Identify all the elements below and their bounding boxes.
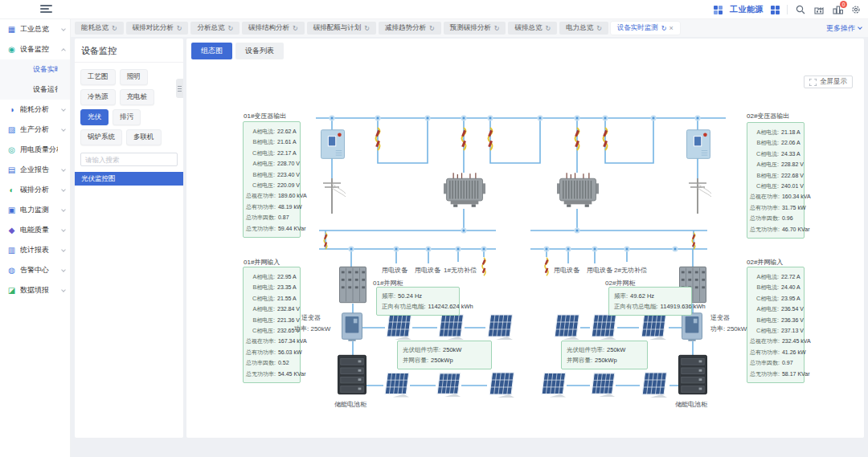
sidebar-item[interactable]: ◆ 电能质量 xyxy=(0,220,70,240)
settings-gear-icon[interactable] xyxy=(850,4,862,15)
notification-badge: 0 xyxy=(840,1,847,8)
chevron-down-icon xyxy=(61,127,66,132)
sidebar-toggle-icon[interactable] xyxy=(40,5,52,14)
chevron-down-icon xyxy=(858,25,862,30)
sidebar-item[interactable]: ▥ 统计报表 xyxy=(0,240,70,260)
measurement-row: 总视在功率:167.34 kVA xyxy=(246,336,297,346)
tab-refresh-icon[interactable]: ↻ xyxy=(596,25,602,32)
device-type-filter-button[interactable]: 多联机 xyxy=(126,129,162,145)
measurement-row: B相电流:22.06 A xyxy=(750,137,801,148)
sidebar-item[interactable]: ▤ 企业报告 xyxy=(0,160,70,180)
reactive-comp-2-label: 2#无功补偿 xyxy=(614,266,647,275)
sidebar-item[interactable]: ◍ 告警中心 xyxy=(0,260,70,280)
workspace-tab[interactable]: 碳排总览 ↻ × xyxy=(508,22,557,35)
energy-value: 114242.624 kWh xyxy=(428,303,473,310)
tab-refresh-icon[interactable]: ↻ xyxy=(293,25,298,32)
workspace-tab[interactable]: 分析总览 ↻ × xyxy=(190,22,240,35)
measurement-row: A相电压:228.70 V xyxy=(246,158,297,169)
measurement-row: B相电流:23.35 A xyxy=(246,282,297,292)
reactive-comp-1-label: 1#无功补偿 xyxy=(444,266,477,275)
battery-cabinet-1 xyxy=(338,355,366,394)
measurement-row: 总视在功率:160.34 kVA xyxy=(750,191,801,202)
notifications-icon[interactable]: 0 xyxy=(832,4,843,15)
measurement-row: B相电压:222.68 V xyxy=(750,170,801,181)
measurement-row: A相电压:236.54 V xyxy=(750,304,801,314)
panel-title-grid-input-2: 02#并网输入 xyxy=(747,258,783,267)
sidebar-item[interactable]: ▦ 工业总览 xyxy=(0,19,70,39)
inverter-2-label: 逆变器 xyxy=(710,313,730,322)
device-type-filter-button[interactable]: 工艺图 xyxy=(80,69,116,85)
workspace-tab[interactable]: 碳排对比分析 ↻ × xyxy=(126,22,189,35)
pv-capacity-value: 250kWp xyxy=(595,357,617,364)
device-type-filter-button[interactable]: 照明 xyxy=(120,69,148,85)
measurement-row: C相电压:232.65 V xyxy=(246,325,297,336)
measurement-row: B相电流:24.40 A xyxy=(750,282,801,292)
panel-collapse-handle[interactable] xyxy=(176,79,183,98)
workspace-tab[interactable]: 碳排结构分析 ↻ × xyxy=(242,22,305,35)
measurement-row: 总有功功率:56.03 kW xyxy=(246,347,297,357)
open-tabs-bar: 能耗总览 ↻ × 碳排对比分析 ↻ × 分析总览 ↻ × 碳排结构分析 xyxy=(71,19,868,37)
tab-refresh-icon[interactable]: ↻ xyxy=(364,25,370,32)
panel-title-transformer-1: 01#变压器输出 xyxy=(244,112,286,120)
sidebar-item[interactable]: ◎ 用电质量分析 xyxy=(0,140,70,160)
measurement-row: 总视在功率:189.60 kVA xyxy=(246,190,297,201)
device-type-filter-button[interactable]: 排污 xyxy=(113,109,141,125)
sidebar-item[interactable]: ▣ 电力监测 xyxy=(0,200,70,220)
tab-refresh-icon[interactable]: ↻ xyxy=(112,25,117,32)
measurement-row: 总功率因数:0.97 xyxy=(750,357,801,368)
tab-label: 碳排对比分析 xyxy=(133,23,174,33)
pv-power-label: 光伏组件功率: xyxy=(403,346,440,353)
more-actions-button[interactable]: 更多操作 xyxy=(826,23,862,34)
workspace-tab[interactable]: 设备实时监测 ↻ × xyxy=(611,22,680,35)
sidebar-item[interactable]: 设备实时监测 xyxy=(0,59,70,80)
sidebar-item[interactable]: ◪ 数据填报 xyxy=(0,280,70,300)
sidebar-item-icon xyxy=(20,65,29,74)
workspace-tab[interactable]: 碳排配额与计划 ↻ × xyxy=(307,22,376,35)
chevron-down-icon xyxy=(61,288,66,292)
sidebar-item[interactable]: ◑ 能耗分析 xyxy=(0,100,70,120)
measurement-row: C相电压:237.13 V xyxy=(750,325,801,336)
measurement-panel-transformer-1: A相电流:22.62 AB相电流:21.61 AC相电流:22.17 AA相电压… xyxy=(243,121,301,238)
workspace-tab[interactable]: 能耗总览 ↻ × xyxy=(75,22,124,35)
search-icon[interactable] xyxy=(795,4,806,15)
tab-label: 碳排结构分析 xyxy=(248,23,289,33)
sidebar-item-label: 生产分析 xyxy=(20,124,58,135)
sidebar-item-icon: ◍ xyxy=(7,266,16,275)
device-type-filter-button[interactable]: 充电桩 xyxy=(120,89,155,105)
pv-power-value: 250kW xyxy=(607,346,625,353)
energy-value: 114919.636 kWh xyxy=(661,303,706,310)
device-diagram-list-item[interactable]: 光伏监控图 xyxy=(75,172,183,186)
battery-2-label: 储能电池柜 xyxy=(675,400,707,409)
device-type-filters: 工艺图 照明 冷热源 充电桩 光伏 排污 锅炉系统 多联机 xyxy=(75,63,183,145)
brand-logo-icon xyxy=(714,6,723,14)
factory-icon[interactable] xyxy=(813,4,825,15)
sidebar-item[interactable]: ◉ 设备监控 xyxy=(0,39,70,59)
tab-refresh-icon[interactable]: ↻ xyxy=(177,25,182,32)
tab-refresh-icon[interactable]: ↻ xyxy=(661,25,667,32)
workspace-tab[interactable]: 减排趋势分析 ↻ × xyxy=(379,22,441,35)
workspace-tab[interactable]: 电力总览 ↻ × xyxy=(559,22,608,35)
tab-refresh-icon[interactable]: ↻ xyxy=(429,25,435,32)
workspace-tab[interactable]: 预测碳排分析 ↻ × xyxy=(444,22,506,35)
tab-refresh-icon[interactable]: ↻ xyxy=(494,25,500,32)
sidebar-item[interactable]: ▨ 生产分析 xyxy=(0,120,70,140)
tab-refresh-icon[interactable]: ↻ xyxy=(545,25,551,32)
tab-refresh-icon[interactable]: ↻ xyxy=(227,25,233,32)
measurement-panel-transformer-2: A相电流:21.18 AB相电流:22.06 AC相电流:24.33 AA相电压… xyxy=(747,122,805,239)
sidebar-item[interactable]: 设备运行分析 xyxy=(0,80,70,100)
freq-label: 频率: xyxy=(382,292,395,300)
apps-grid-icon[interactable] xyxy=(771,6,780,14)
energy-label: 正向有功总电能: xyxy=(614,303,658,310)
battery-cabinet-2 xyxy=(678,355,706,394)
device-type-filter-button[interactable]: 光伏 xyxy=(80,109,108,125)
tab-label: 能耗总览 xyxy=(81,23,108,33)
device-search-input[interactable] xyxy=(85,156,173,164)
sidebar-item-label: 告警中心 xyxy=(20,265,58,275)
sidebar-item-label: 能耗分析 xyxy=(20,104,58,115)
tab-close-icon[interactable]: × xyxy=(669,24,674,32)
sidebar-item[interactable]: ◐ 碳排分析 xyxy=(0,180,70,200)
measurement-row: A相电流:22.72 A xyxy=(750,271,801,282)
device-type-filter-button[interactable]: 冷热源 xyxy=(80,89,116,105)
device-type-filter-button[interactable]: 锅炉系统 xyxy=(80,129,122,145)
tab-label: 碳排配额与计划 xyxy=(313,23,362,33)
